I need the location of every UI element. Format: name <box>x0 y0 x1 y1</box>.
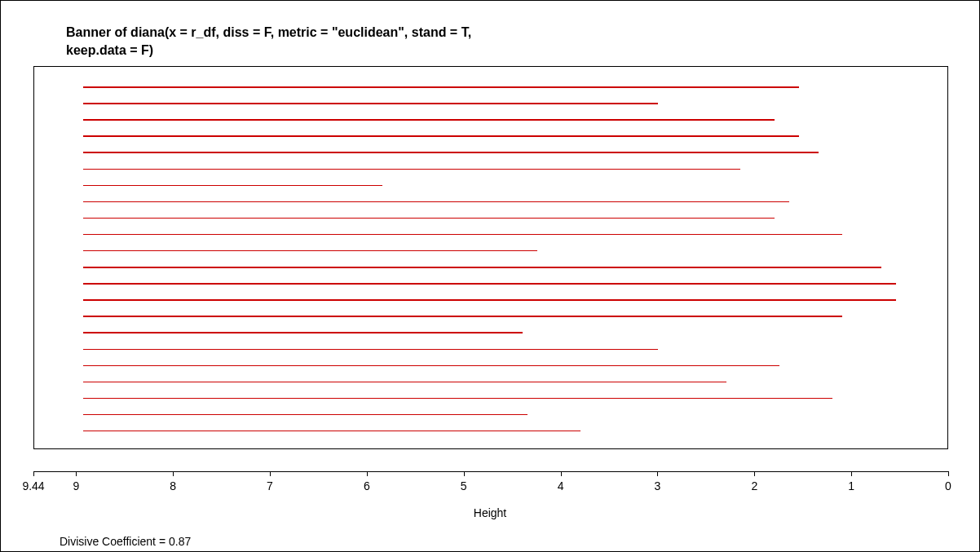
x-tick <box>33 471 34 476</box>
x-axis-line <box>33 471 948 472</box>
title-line-1: Banner of diana(x = r_df, diss = F, metr… <box>66 24 471 42</box>
x-tick-label: 6 <box>364 479 370 492</box>
banner-bar <box>83 86 799 88</box>
x-tick-label: 2 <box>751 479 757 492</box>
bars-container <box>34 67 947 448</box>
x-tick-label: 5 <box>461 479 467 492</box>
x-axis-label: Height <box>474 506 506 519</box>
banner-bar <box>83 201 789 203</box>
x-tick <box>561 471 562 476</box>
banner-bar <box>83 365 779 367</box>
banner-bar <box>83 398 832 400</box>
banner-bar <box>83 332 523 333</box>
chart-title: Banner of diana(x = r_df, diss = F, metr… <box>66 24 471 60</box>
x-tick <box>76 471 77 476</box>
banner-bar <box>83 414 528 416</box>
banner-bar <box>83 299 896 301</box>
banner-bar <box>83 169 740 170</box>
x-tick-label: 4 <box>558 479 564 492</box>
banner-bar <box>83 185 382 187</box>
banner-bar <box>83 135 799 137</box>
banner-bar <box>83 382 726 383</box>
chart-page: Banner of diana(x = r_df, diss = F, metr… <box>0 0 980 552</box>
plot-area <box>33 66 948 449</box>
banner-bar <box>83 250 537 252</box>
x-tick <box>948 471 949 476</box>
banner-bar <box>83 218 775 219</box>
banner-bar <box>83 234 842 236</box>
banner-bar <box>83 119 775 121</box>
x-tick <box>270 471 271 476</box>
banner-bar <box>83 103 658 104</box>
title-line-2: keep.data = F) <box>66 42 471 60</box>
banner-bar <box>83 316 842 317</box>
x-tick <box>657 471 658 476</box>
x-tick-label: 8 <box>170 479 176 492</box>
banner-bar <box>83 431 580 432</box>
divisive-coefficient-caption: Divisive Coefficient = 0.87 <box>60 535 191 548</box>
x-tick <box>464 471 465 476</box>
x-tick-label: 1 <box>848 479 854 492</box>
x-tick <box>173 471 174 476</box>
x-tick-label: 3 <box>655 479 661 492</box>
x-tick <box>754 471 755 476</box>
x-tick-label: 9 <box>73 479 79 492</box>
x-tick <box>851 471 852 476</box>
x-tick-label: 7 <box>267 479 273 492</box>
banner-bar <box>83 283 896 285</box>
banner-bar <box>83 152 819 153</box>
x-tick <box>367 471 368 476</box>
banner-bar <box>83 267 881 268</box>
banner-bar <box>83 349 658 351</box>
x-axis: 9.449876543210 <box>33 461 948 496</box>
x-tick-label: 9.44 <box>22 479 44 492</box>
x-tick-label: 0 <box>945 479 951 492</box>
